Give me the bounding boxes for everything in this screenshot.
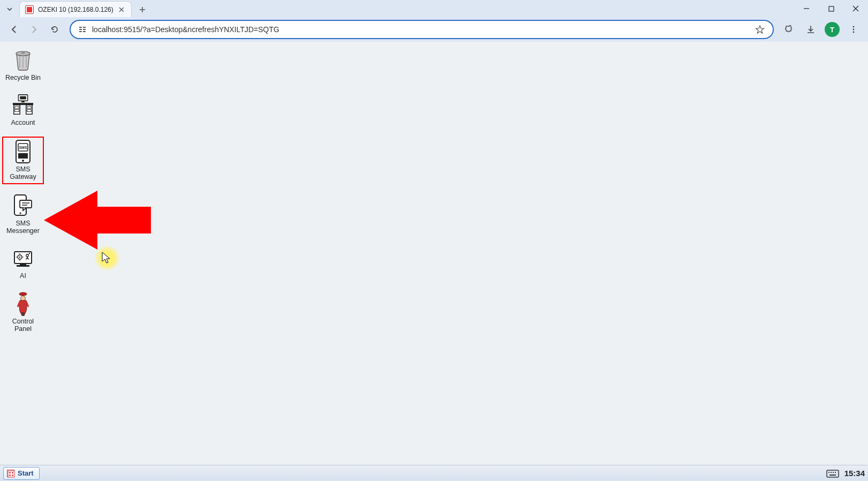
svg-marker-41 bbox=[44, 191, 151, 250]
svg-rect-52 bbox=[829, 475, 836, 476]
svg-rect-0 bbox=[829, 6, 834, 11]
svg-rect-1 bbox=[79, 27, 82, 28]
desktop-icon-label: Control Panel bbox=[12, 318, 34, 333]
start-icon bbox=[7, 470, 14, 477]
desktop-icon-label: Account bbox=[11, 119, 35, 126]
desktop-icon-control-panel[interactable]: Control Panel bbox=[2, 290, 44, 335]
svg-rect-3 bbox=[79, 31, 82, 32]
desktop-icon-sms-messenger[interactable]: SMS Messenger bbox=[2, 192, 44, 237]
taskbar-clock[interactable]: 15:34 bbox=[844, 469, 865, 478]
keyboard-tray-icon[interactable] bbox=[826, 469, 839, 478]
recycle-bin-icon bbox=[11, 48, 35, 72]
svg-rect-49 bbox=[831, 472, 832, 473]
nav-back-button[interactable] bbox=[5, 21, 22, 38]
desktop-icon-account[interactable]: Account bbox=[2, 91, 44, 129]
svg-rect-29 bbox=[20, 200, 32, 208]
svg-rect-5 bbox=[83, 29, 86, 30]
chrome-menu-button[interactable] bbox=[844, 20, 863, 39]
site-info-icon[interactable] bbox=[77, 24, 88, 35]
annotation-arrow-icon bbox=[44, 191, 151, 250]
tab-favicon-icon bbox=[25, 5, 34, 14]
window-minimize-button[interactable] bbox=[794, 0, 819, 17]
tab-search-button[interactable] bbox=[2, 1, 17, 17]
start-button[interactable]: Start bbox=[3, 467, 40, 480]
svg-rect-6 bbox=[83, 31, 86, 32]
control-panel-icon bbox=[11, 292, 35, 315]
svg-rect-39 bbox=[22, 312, 23, 316]
desktop-icon-sms-gateway[interactable]: SMS SMS Gateway bbox=[2, 137, 44, 184]
nav-reload-button[interactable] bbox=[46, 21, 63, 38]
window-maximize-button[interactable] bbox=[819, 0, 843, 17]
svg-rect-32 bbox=[17, 265, 29, 267]
svg-rect-13 bbox=[20, 96, 26, 100]
extensions-button[interactable] bbox=[780, 20, 798, 39]
nav-forward-button[interactable] bbox=[26, 21, 43, 38]
tab-title: OZEKI 10 (192.168.0.126) bbox=[38, 6, 117, 13]
svg-rect-44 bbox=[12, 472, 13, 473]
svg-point-38 bbox=[21, 296, 26, 300]
desktop-icon-label: Recycle Bin bbox=[5, 74, 41, 81]
svg-text:SMS: SMS bbox=[19, 146, 27, 149]
mouse-cursor-icon bbox=[102, 252, 111, 265]
svg-rect-45 bbox=[9, 475, 11, 476]
profile-button[interactable]: T bbox=[823, 20, 841, 39]
sms-gateway-icon: SMS bbox=[11, 140, 35, 163]
start-label: Start bbox=[18, 469, 34, 477]
svg-point-34 bbox=[19, 257, 21, 258]
ai-icon bbox=[11, 246, 35, 270]
svg-point-37 bbox=[19, 292, 27, 296]
profile-avatar: T bbox=[825, 22, 840, 37]
svg-rect-48 bbox=[828, 472, 829, 473]
tab-close-button[interactable] bbox=[117, 5, 126, 14]
svg-rect-47 bbox=[827, 470, 839, 477]
svg-point-7 bbox=[853, 26, 855, 28]
bookmark-star-icon[interactable] bbox=[753, 23, 766, 36]
taskbar: Start 15:34 bbox=[0, 465, 868, 481]
svg-point-11 bbox=[21, 52, 25, 54]
svg-rect-40 bbox=[24, 312, 25, 316]
nav-bar: localhost:9515/?a=Desktop&ncrefreshYNXIL… bbox=[0, 17, 868, 42]
svg-point-28 bbox=[19, 212, 21, 214]
browser-tab[interactable]: OZEKI 10 (192.168.0.126) bbox=[19, 1, 132, 17]
svg-point-26 bbox=[22, 160, 24, 162]
svg-point-8 bbox=[853, 29, 855, 31]
svg-rect-46 bbox=[12, 475, 13, 476]
url-text: localhost:9515/?a=Desktop&ncrefreshYNXIL… bbox=[92, 25, 753, 34]
downloads-button[interactable] bbox=[802, 20, 820, 39]
svg-rect-43 bbox=[9, 472, 11, 473]
address-bar[interactable]: localhost:9515/?a=Desktop&ncrefreshYNXIL… bbox=[70, 20, 774, 39]
window-controls bbox=[794, 0, 868, 17]
svg-point-9 bbox=[853, 32, 855, 33]
desktop-icon-label: SMS Gateway bbox=[10, 165, 36, 181]
svg-rect-31 bbox=[20, 263, 26, 265]
svg-rect-25 bbox=[18, 153, 28, 159]
desktop-icons-column: Recycle Bin Account bbox=[2, 46, 44, 335]
svg-rect-4 bbox=[83, 27, 86, 28]
account-desk-icon bbox=[11, 93, 35, 117]
desktop-icon-label: AI bbox=[20, 272, 26, 280]
desktop-icon-label: SMS Messenger bbox=[6, 220, 40, 235]
tab-bar: OZEKI 10 (192.168.0.126) bbox=[0, 0, 868, 17]
svg-rect-2 bbox=[79, 29, 82, 30]
system-tray: 15:34 bbox=[826, 469, 865, 478]
svg-rect-14 bbox=[21, 101, 25, 103]
desktop-area[interactable]: Recycle Bin Account bbox=[0, 42, 868, 481]
new-tab-button[interactable] bbox=[135, 2, 150, 17]
svg-rect-51 bbox=[835, 472, 836, 473]
svg-rect-50 bbox=[833, 472, 834, 473]
svg-rect-42 bbox=[8, 471, 14, 477]
browser-chrome: OZEKI 10 (192.168.0.126) bbox=[0, 0, 868, 42]
desktop-icon-ai[interactable]: AI bbox=[2, 244, 44, 282]
desktop-icon-recycle-bin[interactable]: Recycle Bin bbox=[2, 46, 44, 84]
window-close-button[interactable] bbox=[843, 0, 868, 17]
sms-messenger-icon bbox=[11, 194, 35, 217]
